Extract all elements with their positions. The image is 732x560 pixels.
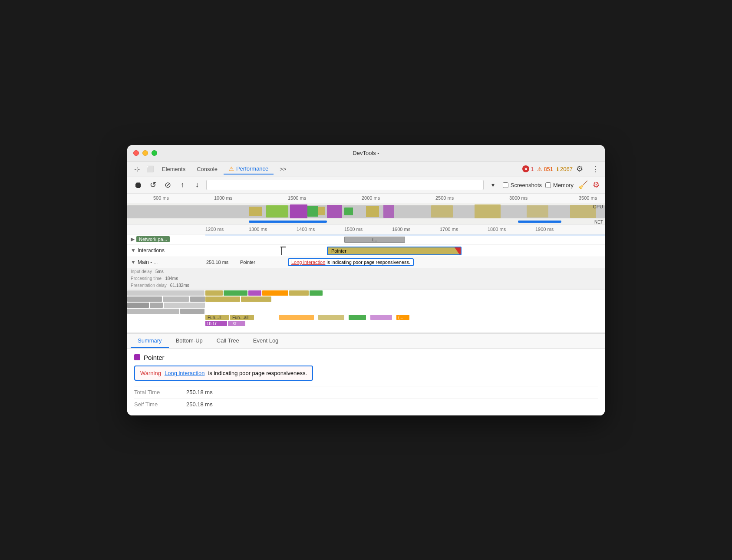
main-warning-link[interactable]: Long interaction xyxy=(291,260,325,265)
svg-rect-7 xyxy=(344,208,353,215)
svg-text:Xt: Xt xyxy=(232,321,237,326)
svg-rect-1 xyxy=(249,207,262,216)
detail-row-2: Processing time 184ms xyxy=(127,275,605,282)
svg-rect-21 xyxy=(190,296,205,302)
self-time-row: Self Time 250.18 ms xyxy=(134,398,598,410)
interaction-marker-small xyxy=(281,247,282,255)
responsive-icon[interactable]: ⬜ xyxy=(144,163,156,175)
window-title: DevTools - xyxy=(353,150,379,156)
net-bar: NET xyxy=(127,220,605,224)
titlebar: DevTools - xyxy=(127,145,605,161)
svg-text:Fun…all: Fun…all xyxy=(232,315,248,320)
main-track: ▼ Main - ... 250.18 ms Pointer Long inte… xyxy=(127,257,605,268)
time-label-1000: 1000 ms xyxy=(214,195,232,201)
dropdown-icon[interactable]: ▾ xyxy=(487,179,499,191)
timeline-ruler-main: 1200 ms 1300 ms 1400 ms 1500 ms 1600 ms … xyxy=(127,225,605,234)
bottom-tabs: Summary Bottom-Up Call Tree Event Log xyxy=(127,334,605,349)
maximize-button[interactable] xyxy=(152,150,157,156)
svg-rect-12 xyxy=(457,206,470,217)
svg-text:t.b.t.r: t.b.t.r xyxy=(207,321,217,326)
timeline-overview: 500 ms 1000 ms 1500 ms 2000 ms 2500 ms 3… xyxy=(127,194,605,225)
record-button[interactable]: ⏺ xyxy=(132,179,144,191)
interactions-content: Pointer xyxy=(205,245,605,257)
tab-call-tree[interactable]: Call Tree xyxy=(210,334,246,348)
interactions-label: ▼ Interactions xyxy=(127,247,205,254)
time-label-3000: 3000 ms xyxy=(509,195,528,201)
tab-summary[interactable]: Summary xyxy=(131,334,169,348)
ruler-1800: 1800 ms xyxy=(488,227,506,232)
screenshots-checkbox[interactable]: Screenshots xyxy=(503,182,542,188)
svg-rect-43 xyxy=(279,315,314,320)
svg-rect-16 xyxy=(553,206,568,217)
interaction-h-right xyxy=(281,247,286,247)
svg-text:Fun…ll: Fun…ll xyxy=(208,315,221,320)
ruler-1300: 1300 ms xyxy=(249,227,267,232)
svg-rect-30 xyxy=(262,290,288,296)
interactions-track: ▼ Interactions Pointer xyxy=(127,245,605,257)
net-label: NET xyxy=(594,220,603,224)
tab-icons: ⚙ ⋮ xyxy=(574,163,601,175)
svg-rect-10 xyxy=(409,207,427,216)
traffic-lights xyxy=(133,150,157,156)
warning-label: Warning xyxy=(140,370,161,376)
tab-more[interactable]: >> xyxy=(274,164,291,174)
more-icon[interactable]: ⋮ xyxy=(589,163,601,175)
tab-bar: ⊹ ⬜ Elements Console ⚠ Performance >> ✕ … xyxy=(127,161,605,177)
svg-rect-3 xyxy=(290,204,307,218)
ruler-1400: 1400 ms xyxy=(297,227,315,232)
ruler-1200: 1200 ms xyxy=(205,227,224,232)
svg-rect-19 xyxy=(127,296,162,302)
summary-warning-link[interactable]: Long interaction xyxy=(165,370,205,376)
summary-warning-box: Warning Long interaction is indicating p… xyxy=(134,366,313,381)
summary-header: Pointer xyxy=(134,354,598,361)
svg-rect-5 xyxy=(318,207,325,215)
tab-event-log[interactable]: Event Log xyxy=(246,334,286,348)
svg-rect-34 xyxy=(241,296,271,302)
main-warning-box: Long interaction is indicating poor page… xyxy=(288,258,414,266)
ruler-1900: 1900 ms xyxy=(535,227,554,232)
detail-row-1: Input delay 5ms xyxy=(127,268,605,275)
memory-checkbox[interactable]: Memory xyxy=(545,182,574,188)
tab-performance[interactable]: ⚠ Performance xyxy=(224,164,274,175)
svg-rect-24 xyxy=(164,303,205,308)
svg-rect-18 xyxy=(127,290,204,296)
self-time-value: 250.18 ms xyxy=(186,401,213,408)
svg-rect-32 xyxy=(310,290,323,296)
download-button[interactable]: ↓ xyxy=(191,179,203,191)
flame-chart: Fun…ll Fun…all t.b.t.r Xt (... xyxy=(127,289,605,333)
tab-elements[interactable]: Elements xyxy=(157,164,191,174)
svg-rect-29 xyxy=(248,290,261,296)
svg-rect-25 xyxy=(127,309,179,314)
main-label: ▼ Main - ... xyxy=(127,259,205,265)
red-triangle-icon xyxy=(455,247,461,255)
tab-bottom-up[interactable]: Bottom-Up xyxy=(169,334,210,348)
range-input[interactable] xyxy=(206,180,484,190)
pointer-interaction-bar[interactable]: Pointer xyxy=(327,247,462,255)
reload-button[interactable]: ↺ xyxy=(147,179,158,191)
svg-rect-17 xyxy=(570,205,596,218)
upload-button[interactable]: ↑ xyxy=(177,179,188,191)
tab-badges: ✕ 1 ⚠ 851 ℹ 2067 xyxy=(522,165,573,172)
perf-settings-icon[interactable]: ⚙ xyxy=(593,180,600,190)
total-time-value: 250.18 ms xyxy=(186,389,213,395)
time-label-2000: 2000 ms xyxy=(362,195,380,201)
clean-icon[interactable]: 🧹 xyxy=(577,179,589,191)
info-badge: ℹ 2067 xyxy=(557,166,573,172)
svg-rect-22 xyxy=(127,303,149,308)
inspect-icon[interactable]: ⊹ xyxy=(131,163,143,175)
summary-content: Pointer Warning Long interaction is indi… xyxy=(127,349,605,415)
svg-rect-46 xyxy=(370,315,392,320)
close-button[interactable] xyxy=(133,150,139,156)
svg-rect-8 xyxy=(366,206,379,217)
minimize-button[interactable] xyxy=(142,150,148,156)
svg-rect-6 xyxy=(327,205,342,218)
tab-console[interactable]: Console xyxy=(191,164,223,174)
bottom-panel: Summary Bottom-Up Call Tree Event Log Po… xyxy=(127,333,605,415)
network-bar: t... xyxy=(344,237,405,243)
svg-rect-4 xyxy=(307,206,318,217)
clear-button[interactable]: ⊘ xyxy=(162,179,173,191)
devtools-window: DevTools - ⊹ ⬜ Elements Console ⚠ Perfor… xyxy=(127,145,605,415)
svg-rect-26 xyxy=(180,309,204,314)
settings-icon[interactable]: ⚙ xyxy=(574,163,586,175)
total-time-row: Total Time 250.18 ms xyxy=(134,386,598,398)
